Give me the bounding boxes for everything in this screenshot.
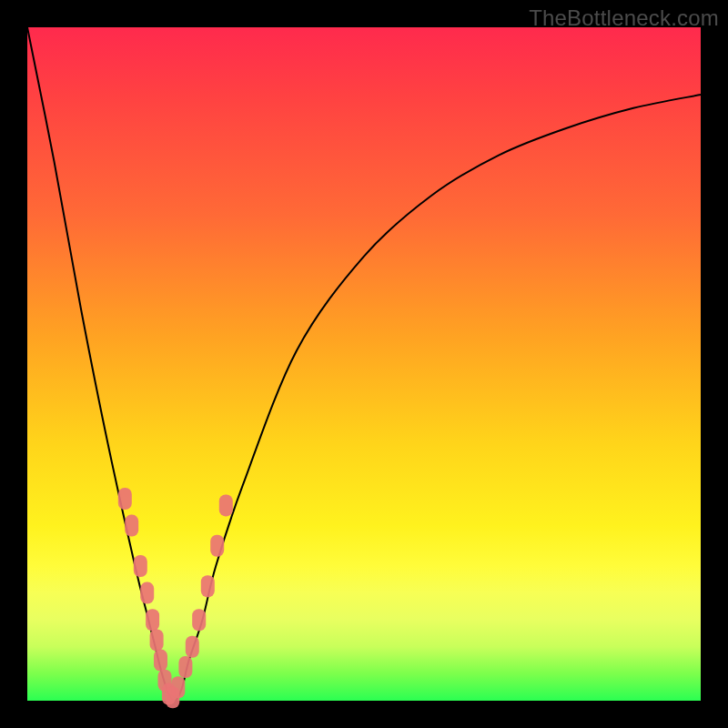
data-marker <box>178 656 192 678</box>
plot-area <box>27 27 701 701</box>
data-marker <box>140 582 154 604</box>
data-marker <box>201 575 215 597</box>
curve-svg <box>27 27 701 701</box>
data-marker <box>219 494 233 516</box>
data-marker <box>134 555 147 577</box>
data-marker <box>146 609 159 631</box>
data-marker <box>154 650 167 672</box>
data-marker <box>125 515 138 537</box>
bottleneck-curve <box>27 27 701 701</box>
data-marker <box>186 636 199 658</box>
data-marker <box>118 488 132 510</box>
data-marker <box>171 676 185 698</box>
data-marker <box>192 609 206 631</box>
data-marker <box>210 535 224 557</box>
data-marker <box>150 629 164 651</box>
marker-group <box>118 488 233 708</box>
chart-frame: TheBottleneck.com <box>0 0 728 728</box>
watermark-text: TheBottleneck.com <box>529 5 719 31</box>
